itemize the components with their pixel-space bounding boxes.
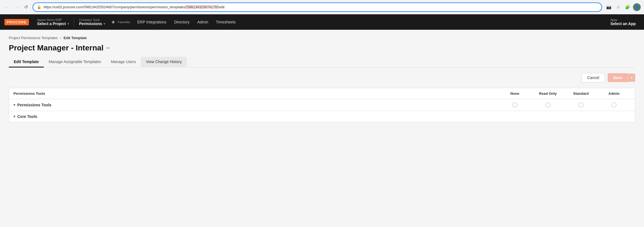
core-tools-chevron[interactable]: ▾ [13,115,15,118]
camera-button[interactable]: 📷 [605,3,613,11]
tab-view-change-history[interactable]: View Change History [141,57,186,67]
permissions-tools-standard-cell [564,102,597,107]
nav-timesheets[interactable]: Timesheets [212,18,240,26]
browser-actions: 📷 ☆ 🧩 👤 [605,3,641,11]
project-label: Agave Demo ERP [37,18,69,21]
tab-manage-users[interactable]: Manage Users [106,57,141,67]
breadcrumb: Project Permissions Templates › Edit Tem… [9,35,635,40]
navbar: PROCORE Agave Demo ERP Select a Project … [0,14,644,30]
favorites-star-icon[interactable]: ★ [111,19,115,25]
permissions-tools-admin-cell [597,102,631,107]
permissions-table: Permissions Tools None Read Only Standar… [9,88,635,122]
header-cell-none: None [498,91,531,96]
core-tools-row: ▾ Core Tools [9,111,635,122]
permissions-tools-readonly-cell [531,102,564,107]
tools-value: Permissions ▾ [79,21,105,26]
apps-value: Select an App [610,21,636,26]
permissions-tools-chevron[interactable]: ▾ [13,103,15,107]
save-dropdown-arrow-button[interactable]: ▾ [628,74,635,82]
core-tools-header: ▾ Core Tools [13,114,498,119]
edit-pencil-icon[interactable]: ✏ [106,45,110,51]
back-button[interactable]: ← [3,3,11,11]
page-content: Project Permissions Templates › Edit Tem… [0,30,644,227]
permissions-tools-standard-radio[interactable] [578,102,583,107]
favorites-label: Favorites [118,20,130,24]
breadcrumb-link[interactable]: Project Permissions Templates [9,36,58,40]
nav-erp-integrations[interactable]: ERP Integrations [134,18,171,26]
bookmark-button[interactable]: ☆ [614,3,622,11]
forward-button[interactable]: → [13,3,20,11]
header-cell-tool: Permissions Tools [13,91,498,96]
profile-icon[interactable]: 👤 [633,3,641,11]
procore-logo-text: PROCORE [4,19,29,25]
breadcrumb-separator: › [60,35,61,40]
tabs: Edit Template Manage Assignable Template… [9,57,635,67]
save-button-group: Save ▾ [608,73,635,82]
project-dropdown[interactable]: Agave Demo ERP Select a Project ▾ [33,16,73,28]
tab-manage-assignable[interactable]: Manage Assignable Templates [44,57,106,67]
permissions-tools-row: ▾ Permissions Tools [9,99,635,111]
breadcrumb-current: Edit Template [64,36,87,40]
apps-label: Apps [610,18,636,21]
tools-label: Company Tools [79,18,105,21]
action-bar: Cancel Save ▾ [9,67,635,88]
permissions-tools-label: Permissions Tools [17,103,51,107]
browser-nav-buttons: ← → ↺ [3,3,30,11]
permissions-tools-none-cell [498,102,531,107]
browser-chrome: ← → ↺ 🔒 https://us02.procore.com/5981343… [0,0,644,14]
permissions-tools-admin-radio[interactable] [611,102,616,107]
nav-directory[interactable]: Directory [170,18,193,26]
nav-admin[interactable]: Admin [193,18,212,26]
address-bar-url: https://us02.procore.com/598134325524667… [44,5,598,9]
page-title: Project Manager - Internal [9,44,104,52]
tab-edit-template[interactable]: Edit Template [9,57,44,67]
address-bar[interactable]: 🔒 https://us02.procore.com/5981343255246… [33,2,602,12]
cancel-button[interactable]: Cancel [581,73,605,82]
core-tools-label: Core Tools [17,114,37,119]
refresh-button[interactable]: ↺ [22,3,30,11]
permissions-tools-readonly-radio[interactable] [545,102,550,107]
address-bar-security-icon: 🔒 [37,5,41,9]
extensions-button[interactable]: 🧩 [624,3,631,11]
tools-dropdown-arrow: ▾ [104,22,105,25]
header-cell-standard: Standard [564,91,597,96]
permissions-table-header: Permissions Tools None Read Only Standar… [9,88,635,99]
header-cell-admin: Admin [597,91,631,96]
save-button[interactable]: Save [608,73,628,82]
nav-links: Favorites ERP Integrations Directory Adm… [118,18,607,26]
nav-separator-1 [74,17,74,27]
project-value: Select a Project ▾ [37,21,69,26]
apps-dropdown[interactable]: Apps Select an App [607,16,640,28]
permissions-tools-header: ▾ Permissions Tools [13,103,498,107]
tools-dropdown[interactable]: Company Tools Permissions ▾ [75,16,109,28]
project-dropdown-arrow: ▾ [67,22,69,25]
page-title-row: Project Manager - Internal ✏ [9,44,635,52]
procore-logo: PROCORE [4,19,29,25]
permissions-tools-none-radio[interactable] [512,102,517,107]
header-cell-readonly: Read Only [531,91,564,96]
